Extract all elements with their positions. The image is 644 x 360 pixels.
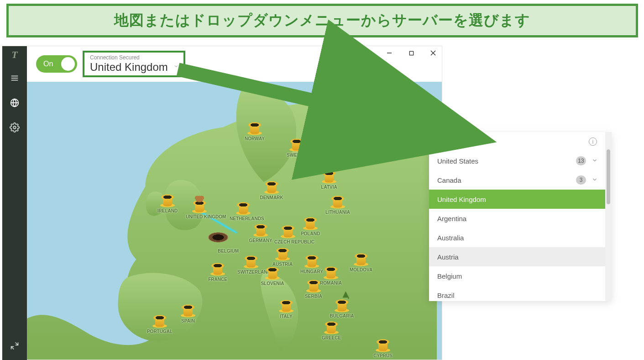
gear-icon[interactable]	[5, 118, 24, 137]
map-pin-serbia[interactable]: SERBIA	[300, 280, 327, 299]
app-logo: T	[11, 49, 17, 61]
map-pin-germany[interactable]: GERMANY	[247, 224, 274, 243]
info-icon[interactable]: i	[589, 138, 597, 146]
map-pin-bulgaria[interactable]: BULGARIA	[328, 300, 356, 318]
map-pin-spain[interactable]: SPAIN	[174, 305, 202, 323]
collapse-icon[interactable]	[5, 337, 24, 355]
tunnel-pipe-icon	[354, 254, 368, 266]
tunnel-pipe-icon	[210, 263, 225, 276]
map-pin-label: LITHUANIA	[324, 210, 351, 215]
map-pin-label: SPAIN	[174, 318, 202, 323]
scrollbar-thumb[interactable]	[607, 149, 610, 204]
map-pin-label: ITALY	[272, 314, 300, 319]
svg-line-11	[178, 69, 470, 136]
map-pin-label: LATVIA	[315, 185, 343, 190]
maximize-button[interactable]	[407, 49, 415, 57]
map-pin-label: IRELAND	[154, 208, 181, 213]
server-item-united-kingdom[interactable]: United Kingdom	[429, 190, 605, 209]
map-pin-label: CZECH REPUBLIC	[274, 239, 302, 244]
map-pin-greece[interactable]: GREECE	[318, 322, 345, 340]
server-item-belgium[interactable]: Belgium	[429, 266, 605, 286]
annotation-arrow	[137, 59, 493, 157]
server-item-label: Belgium	[437, 272, 462, 280]
map-pin-czech-republic[interactable]: CZECH REPUBLIC	[274, 226, 302, 244]
map-pin-label: SERBIA	[300, 294, 327, 299]
tunnel-pipe-icon	[279, 300, 293, 313]
map-pin-netherlands[interactable]: NETHERLANDS	[230, 202, 257, 221]
chevron-down-icon	[592, 157, 598, 165]
map-pin-label: GERMANY	[247, 238, 274, 243]
map-pin-label: DENMARK	[258, 195, 285, 200]
map-pin-label: BULGARIA	[328, 313, 356, 318]
server-item-label: Argentina	[437, 215, 466, 222]
svg-point-4	[13, 126, 16, 129]
server-item-label: Canada	[437, 176, 461, 184]
svg-rect-6	[409, 51, 413, 55]
map-pin-label: AUSTRIA	[269, 262, 296, 267]
svg-rect-10	[348, 297, 349, 299]
server-item-canada[interactable]: Canada3	[429, 170, 605, 190]
tunnel-pipe-icon	[152, 315, 167, 328]
server-item-label: United States	[437, 157, 478, 165]
minimize-button[interactable]	[385, 49, 393, 57]
map-pin-italy[interactable]: ITALY	[272, 300, 300, 319]
map-pin-label: CYPRUS	[369, 353, 397, 358]
tunnel-pipe-icon	[265, 267, 280, 280]
map-pin-slovenia[interactable]: SLOVENIA	[259, 267, 286, 286]
map-pin-label: SLOVENIA	[259, 281, 286, 286]
map-pin-label: BELGIUM	[215, 249, 242, 254]
menu-icon[interactable]	[5, 69, 24, 87]
tunnel-pipe-icon	[376, 339, 390, 352]
server-count-badge: 3	[576, 175, 586, 185]
map-pin-cypris[interactable]: CYPRUS	[369, 339, 397, 358]
map-pin-label: FRANCE	[204, 277, 231, 282]
map-pin-label: UNITED KINGDOM	[186, 214, 213, 219]
server-item-label: Austria	[437, 253, 459, 261]
server-item-austria[interactable]: Austria	[429, 247, 605, 266]
sidebar: T	[2, 46, 27, 360]
tunnel-pipe-icon	[324, 267, 338, 280]
server-count-badge: 13	[576, 156, 586, 165]
map-pin-label: GREECE	[318, 335, 345, 340]
server-item-label: Australia	[437, 234, 464, 242]
tunnel-pipe-icon	[275, 248, 290, 261]
map-pin-united-kingdom[interactable]: UNITED KINGDOM	[186, 201, 213, 219]
tunnel-pipe-icon	[306, 280, 321, 293]
instruction-banner: 地図またはドロップダウンメニューからサーバーを選びます	[6, 4, 638, 37]
server-item-australia[interactable]: Australia	[429, 228, 605, 247]
connection-toggle[interactable]: On	[36, 55, 77, 73]
map-pin-denmark[interactable]: DENMARK	[258, 181, 285, 200]
tunnel-hole-icon	[208, 233, 228, 243]
tunnel-pipe-icon	[160, 195, 175, 207]
instruction-text: 地図またはドロップダウンメニューからサーバーを選びます	[114, 11, 530, 31]
map-pin-portugal[interactable]: PORTUGAL	[146, 315, 173, 334]
server-item-label: Brazil	[437, 291, 455, 299]
server-item-brazil[interactable]: Brazil	[429, 286, 605, 301]
tunnel-pipe-icon	[236, 202, 251, 215]
server-dropdown: On FastestiUnited States13Canada3United …	[429, 132, 612, 301]
tunnel-pipe-icon	[324, 322, 339, 334]
tunnel-pipe-icon	[303, 217, 318, 230]
map-pin-lithuania[interactable]: LITHUANIA	[324, 196, 351, 215]
tunnel-pipe-icon	[281, 226, 295, 238]
chevron-down-icon	[592, 176, 598, 184]
server-list[interactable]: FastestiUnited States13Canada3United Kin…	[429, 132, 612, 301]
map-pin-latvia[interactable]: LATVIA	[315, 171, 343, 190]
tunnel-pipe-icon	[335, 300, 349, 312]
map-pin-belgium[interactable]: BELGIUM	[215, 238, 242, 254]
window-controls	[385, 49, 437, 57]
tunnel-pipe-icon	[304, 255, 319, 268]
tunnel-pipe-icon	[244, 256, 258, 269]
globe-icon[interactable]	[5, 94, 24, 112]
server-item-argentina[interactable]: Argentina	[429, 209, 605, 228]
toggle-label: On	[43, 60, 53, 68]
map-pin-moldova[interactable]: MOLDOVA	[347, 254, 375, 272]
map-pin-france[interactable]: FRANCE	[204, 263, 231, 282]
map-pin-ireland[interactable]: IRELAND	[154, 195, 181, 213]
toggle-knob	[61, 57, 75, 71]
tunnel-pipe-icon	[181, 305, 195, 318]
server-item-label: United Kingdom	[437, 196, 486, 203]
map-pin-label: NETHERLANDS	[230, 216, 257, 221]
map-pin-austria[interactable]: AUSTRIA	[269, 248, 296, 267]
close-button[interactable]	[429, 49, 437, 57]
